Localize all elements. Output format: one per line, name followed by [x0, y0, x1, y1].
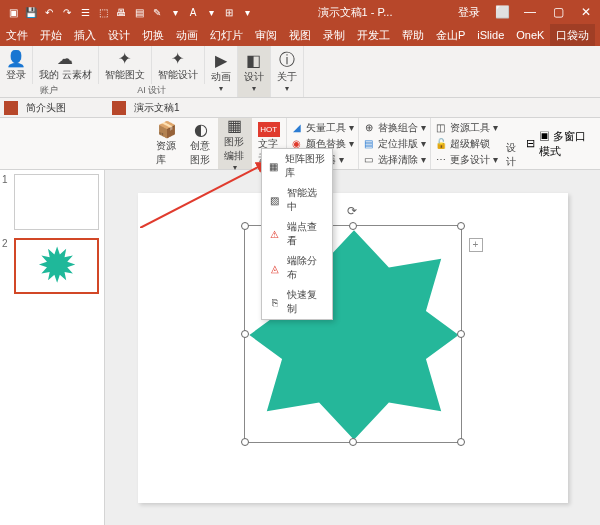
tab-pocket[interactable]: 口袋动 [550, 24, 595, 46]
super-unlock-button[interactable]: 🔓超级解锁 [435, 136, 498, 152]
resize-handle[interactable] [457, 438, 465, 446]
document-tab-bar: 简介头图 演示文稿1 [0, 98, 600, 118]
ribbon-upper: 👤登录 ☁我的 云素材 账户 ✦智能图文 ✦智能设计 AI 设计 ▶动画▾ ◧设… [0, 46, 600, 98]
tab-onek[interactable]: OneK [510, 24, 550, 46]
smart-graphic-button[interactable]: ✦智能图文 [99, 46, 152, 84]
play-icon: ▶ [211, 50, 231, 70]
doc-tab[interactable]: 简介头图 [26, 101, 66, 115]
tab-insert[interactable]: 插入 [68, 24, 102, 46]
tab-help[interactable]: 帮助 [396, 24, 430, 46]
tab-jinshan[interactable]: 金山P [430, 24, 471, 46]
tab-slideshow[interactable]: 幻灯片 [204, 24, 249, 46]
min-button[interactable]: ⬜ [488, 0, 516, 24]
replace-combine-button[interactable]: ⊕替换组合 ▾ [363, 120, 426, 136]
design-button[interactable]: ◧设计▾ [238, 46, 271, 97]
redo-icon[interactable]: ↷ [60, 5, 74, 19]
tab-file[interactable]: 文件 [0, 24, 34, 46]
resource-icon: ◫ [435, 122, 447, 134]
resize-handle[interactable] [457, 330, 465, 338]
position-layout-button[interactable]: ▤定位排版 ▾ [363, 136, 426, 152]
matrix-icon: ▦ [268, 161, 279, 172]
maximize-button[interactable]: ▢ [544, 0, 572, 24]
user-icon: 👤 [6, 48, 26, 68]
hot-icon: HOT [258, 122, 280, 137]
canvas[interactable]: ⟳ + [105, 170, 600, 525]
resize-handle[interactable] [349, 438, 357, 446]
arrange-icon: ▦ [224, 116, 246, 135]
qat-icon[interactable]: A [186, 5, 200, 19]
shape-arrange-dropdown: ▦矩阵图形库 ▨智能选中 ⚠端点查看 ◬端除分布 ⎘快速复制 [261, 148, 333, 320]
creative-shape-button[interactable]: ◐创意图形 [184, 118, 218, 169]
multi-window-button[interactable]: ▣ 多窗口模式 [539, 129, 594, 159]
endpoint-icon: ⚠ [268, 229, 281, 240]
qat-icon[interactable]: ▾ [168, 5, 182, 19]
qat-icon[interactable]: ▾ [240, 5, 254, 19]
quick-access-toolbar: ▣ 💾 ↶ ↷ ☰ ⬚ 🖶 ▤ ✎ ▾ A ▾ ⊞ ▾ [0, 5, 260, 19]
qat-icon[interactable]: ☰ [78, 5, 92, 19]
doc-tab[interactable]: 演示文稿1 [134, 101, 180, 115]
tab-home[interactable]: 开始 [34, 24, 68, 46]
more-design-button[interactable]: ⋯更多设计 ▾ [435, 152, 498, 168]
select-icon: ▭ [363, 154, 375, 166]
tab-newbuild[interactable]: 新建造 [595, 24, 600, 46]
resize-handle[interactable] [457, 222, 465, 230]
smart-design-button[interactable]: ✦智能设计 [152, 46, 205, 84]
login-link[interactable]: 登录 [450, 5, 488, 20]
tab-transition[interactable]: 切换 [136, 24, 170, 46]
tab-design[interactable]: 设计 [102, 24, 136, 46]
rotate-handle[interactable]: ⟳ [347, 204, 357, 218]
select-clear-button[interactable]: ▭选择清除 ▾ [363, 152, 426, 168]
qat-icon[interactable]: 🖶 [114, 5, 128, 19]
tab-review[interactable]: 审阅 [249, 24, 283, 46]
slide: ⟳ + [138, 193, 568, 503]
matrix-shapes-item[interactable]: ▦矩阵图形库 [262, 149, 332, 183]
box-icon: 📦 [156, 120, 178, 139]
slide-thumb-2[interactable]: 2 ✹ [4, 238, 100, 294]
minimize-button[interactable]: — [516, 0, 544, 24]
vector-tool-button[interactable]: ◢矢量工具 ▾ [291, 120, 354, 136]
remove-distribute-item[interactable]: ◬端除分布 [262, 251, 332, 285]
group-label-design: 设计 [506, 141, 516, 169]
qat-icon[interactable]: ▤ [132, 5, 146, 19]
slide-thumb-1[interactable]: 1 [4, 174, 100, 230]
pin-icon[interactable]: ⊟ [526, 137, 535, 150]
tab-view[interactable]: 视图 [283, 24, 317, 46]
login-button[interactable]: 👤登录 [0, 46, 33, 84]
smart-select-item[interactable]: ▨智能选中 [262, 183, 332, 217]
shape-arrange-button[interactable]: ▦图形编排▾ [218, 118, 252, 169]
tab-animation[interactable]: 动画 [170, 24, 204, 46]
endpoint-view-item[interactable]: ⚠端点查看 [262, 217, 332, 251]
resize-handle[interactable] [241, 222, 249, 230]
undo-icon[interactable]: ↶ [42, 5, 56, 19]
cloud-assets-button[interactable]: ☁我的 云素材 [33, 46, 99, 84]
resize-handle[interactable] [241, 438, 249, 446]
resize-handle[interactable] [349, 222, 357, 230]
ppt-icon: ▣ [6, 5, 20, 19]
tools-column-3: ◫资源工具 ▾ 🔓超级解锁 ⋯更多设计 ▾ [430, 118, 502, 169]
save-icon[interactable]: 💾 [24, 5, 38, 19]
resize-handle[interactable] [241, 330, 249, 338]
slide-number: 1 [2, 174, 8, 185]
qat-icon[interactable]: ⊞ [222, 5, 236, 19]
group-label-ai: AI 设计 [99, 84, 205, 97]
qat-icon[interactable]: ⬚ [96, 5, 110, 19]
resource-lib-button[interactable]: 📦资源库 [150, 118, 184, 169]
tools-column-2: ⊕替换组合 ▾ ▤定位排版 ▾ ▭选择清除 ▾ [358, 118, 430, 169]
doc-icon [112, 101, 126, 115]
extend-handle[interactable]: + [469, 238, 483, 252]
quick-copy-item[interactable]: ⎘快速复制 [262, 285, 332, 319]
close-button[interactable]: ✕ [572, 0, 600, 24]
shapes-icon: ◐ [190, 120, 212, 139]
tab-islide[interactable]: iSlide [471, 24, 510, 46]
window-controls: ⬜ — ▢ ✕ [488, 0, 600, 24]
resource-tool-button[interactable]: ◫资源工具 ▾ [435, 120, 498, 136]
group-label-account: 账户 [0, 84, 99, 97]
tab-dev[interactable]: 开发工 [351, 24, 396, 46]
animation-button[interactable]: ▶动画▾ [205, 46, 238, 97]
design-icon: ◧ [244, 50, 264, 70]
title-bar: ▣ 💾 ↶ ↷ ☰ ⬚ 🖶 ▤ ✎ ▾ A ▾ ⊞ ▾ 演示文稿1 - P...… [0, 0, 600, 24]
qat-icon[interactable]: ✎ [150, 5, 164, 19]
tab-record[interactable]: 录制 [317, 24, 351, 46]
about-button[interactable]: ⓘ关于▾ [271, 46, 304, 97]
qat-icon[interactable]: ▾ [204, 5, 218, 19]
